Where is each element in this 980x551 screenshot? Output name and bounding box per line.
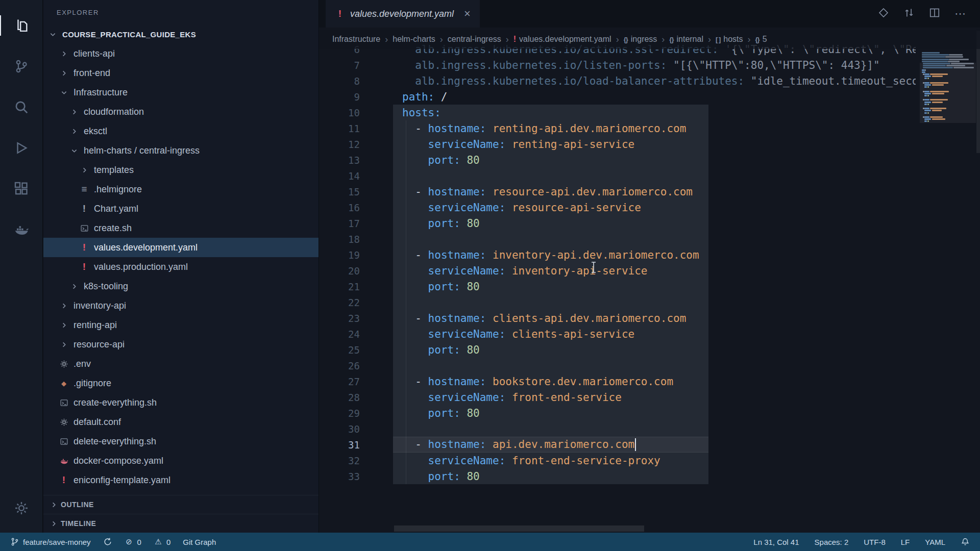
tree-item-templates[interactable]: templates [43,160,318,180]
code-line-29[interactable]: 29 port: 80 [319,405,916,421]
code-line-25[interactable]: 25 port: 80 [319,342,916,358]
tab-values-development-yaml[interactable]: ! values.development.yaml × [326,0,480,28]
status-indentation[interactable]: Spaces: 2 [815,538,849,546]
breadcrumb-item-hosts[interactable]: [ ]hosts [716,35,743,44]
activity-item-explorer[interactable] [0,5,43,46]
tree-item-cloudformation[interactable]: cloudformation [43,102,318,121]
code-line-28[interactable]: 28 serviceName: front-end-service [319,389,916,405]
status-git-graph[interactable]: Git Graph [183,538,216,546]
code-line-17[interactable]: 17 port: 80 [319,215,916,231]
tree-item-clients-api[interactable]: clients-api [43,44,318,63]
tree-item-env[interactable]: .env [43,354,318,373]
code-line-18[interactable]: 18 [319,231,916,247]
code-text: serviceName: renting-api-service [360,138,634,151]
code-line-14[interactable]: 14 [319,168,916,184]
breadcrumb-item-central-ingress[interactable]: central-ingress [448,35,501,44]
tree-item-helm-charts-central-ingress[interactable]: helm-charts / central-ingress [43,141,318,160]
editor-code[interactable]: 6 alb.ingress.kubernetes.io/actions.ssl-… [319,41,916,484]
code-line-31[interactable]: 31 - hostname: api.dev.mariomerco.com [319,437,916,453]
tree-item-infrastructure[interactable]: Infrastructure [43,83,318,102]
yaml-file-icon: ! [335,9,345,19]
breadcrumb-item-infrastructure[interactable]: Infrastructure [332,35,380,44]
status-sync[interactable] [103,537,112,546]
tree-item-renting-api[interactable]: renting-api [43,315,318,335]
code-line-15[interactable]: 15 - hostname: resource-api.dev.mariomer… [319,184,916,199]
line-number: 16 [319,202,360,213]
status-errors[interactable]: ⊘0 [125,537,141,546]
code-line-27[interactable]: 27 - hostname: bookstore.dev.mariomerco.… [319,373,916,389]
code-line-20[interactable]: 20 serviceName: inventory-api-service [319,263,916,279]
activity-item-docker[interactable] [0,209,43,250]
breadcrumb-item-internal[interactable]: {}internal [669,35,703,44]
line-number: 12 [319,139,360,150]
code-line-9[interactable]: 9path: / [319,89,916,105]
tree-item-values-production-yaml[interactable]: !values.production.yaml [43,257,318,277]
split-editor-button[interactable] [929,7,940,20]
yaml-warning-icon: ! [513,35,516,44]
code-line-23[interactable]: 23 - hostname: clients-api.dev.mariomerc… [319,310,916,326]
tree-item-k8s-tooling[interactable]: k8s-tooling [43,277,318,296]
code-line-33[interactable]: 33 port: 80 [319,468,916,484]
code-line-13[interactable]: 13 port: 80 [319,152,916,168]
code-line-26[interactable]: 26 [319,358,916,373]
breadcrumb-item-ingress[interactable]: {}ingress [624,35,657,44]
tree-item-docker-compose-yaml[interactable]: docker-compose.yaml [43,451,318,470]
compare-changes-button[interactable] [903,7,915,20]
tree-item-chart-yaml[interactable]: !Chart.yaml [43,199,318,218]
sidebar-section-timeline[interactable]: TIMELINE [43,514,318,533]
code-line-30[interactable]: 30 [319,421,916,437]
activity-item-run-debug[interactable] [0,128,43,168]
status-cursor-position[interactable]: Ln 31, Col 41 [753,538,799,546]
code-line-32[interactable]: 32 serviceName: front-end-service-proxy [319,453,916,468]
horizontal-scrollbar[interactable] [394,525,644,532]
text-caret [635,438,636,451]
code-line-12[interactable]: 12 serviceName: renting-api-service [319,136,916,152]
activity-item-settings[interactable] [0,488,43,529]
code-line-19[interactable]: 19 - hostname: inventory-api.dev.mariome… [319,247,916,263]
tree-item-front-end[interactable]: front-end [43,63,318,83]
vertical-scrollbar[interactable] [976,31,980,153]
status-git-branch[interactable]: feature/save-money [10,537,91,546]
project-root-header[interactable]: COURSE_PRACTICAL_GUIDE_EKS [43,24,318,44]
open-changes-button[interactable] [878,7,889,20]
status-notifications[interactable] [961,537,970,546]
tree-item-create-everything-sh[interactable]: create-everything.sh [43,393,318,412]
activity-item-source-control[interactable] [0,46,43,87]
more-actions-button[interactable]: ⋯ [954,8,966,19]
code-line-11[interactable]: 11 - hostname: renting-api.dev.mariomerc… [319,120,916,136]
tree-item-eksctl[interactable]: eksctl [43,121,318,141]
code-line-7[interactable]: 7 alb.ingress.kubernetes.io/listen-ports… [319,57,916,73]
tree-item-resource-api[interactable]: resource-api [43,335,318,354]
tree-item-create-sh[interactable]: create.sh [43,218,318,238]
tree-item-gitignore[interactable]: ◆.gitignore [43,373,318,393]
files-icon [14,18,29,33]
close-icon[interactable]: × [464,7,471,20]
status-warnings[interactable]: ⚠0 [154,537,170,546]
tree-item-label: .gitignore [74,378,111,389]
status-encoding[interactable]: UTF-8 [864,538,886,546]
code-line-24[interactable]: 24 serviceName: clients-api-service [319,326,916,342]
code-line-8[interactable]: 8 alb.ingress.kubernetes.io/load-balance… [319,73,916,89]
code-line-22[interactable]: 22 [319,294,916,310]
code-line-16[interactable]: 16 serviceName: resource-api-service [319,199,916,215]
diamond-icon [878,7,889,18]
code-line-10[interactable]: 10hosts: [319,105,916,120]
breadcrumb-item-values-development-yaml[interactable]: !values.development.yaml [513,35,611,44]
activity-item-search[interactable] [0,87,43,128]
code-line-21[interactable]: 21 port: 80 [319,279,916,294]
sidebar-section-outline[interactable]: OUTLINE [43,495,318,514]
tree-item-delete-everything-sh[interactable]: delete-everything.sh [43,432,318,451]
tree-item-inventory-api[interactable]: inventory-api [43,296,318,315]
line-number: 20 [319,265,360,277]
activity-item-extensions[interactable] [0,168,43,209]
tree-item-default-conf[interactable]: default.conf [43,412,318,432]
status-label: Spaces: 2 [815,538,849,546]
tree-item-values-development-yaml[interactable]: !values.development.yaml [43,238,318,257]
minimap[interactable] [920,50,976,533]
tree-item-eniconfig-template-yaml[interactable]: !eniconfig-template.yaml [43,470,318,490]
tree-item-helmignore[interactable]: ≡.helmignore [43,180,318,199]
status-language-mode[interactable]: YAML [925,538,945,546]
breadcrumb-item-helm-charts[interactable]: helm-charts [393,35,435,44]
status-eol[interactable]: LF [901,538,910,546]
breadcrumb-item-5[interactable]: {}5 [755,35,767,44]
